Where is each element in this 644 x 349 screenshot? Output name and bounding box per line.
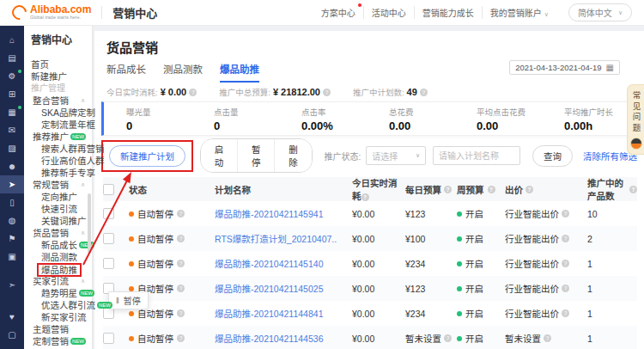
promotion-icon[interactable]: ➤ (0, 175, 24, 193)
plan-name-link[interactable]: 爆品助推-20210421145941 (215, 209, 323, 219)
sidebar-item[interactable]: 关键词推广 (24, 215, 92, 227)
plan-name-link[interactable]: RTS爆款打造计划_20210407.. (215, 234, 337, 244)
info-icon[interactable] (177, 260, 185, 267)
info-icon[interactable] (629, 186, 637, 193)
alibaba-logo[interactable]: Alibaba.com Global trade starts here. (12, 4, 91, 21)
info-icon[interactable] (562, 285, 569, 292)
collapse-arrow-icon[interactable]: ∧ (81, 179, 85, 191)
info-icon[interactable] (444, 186, 452, 193)
sidebar-item[interactable]: 爆品助推 (24, 263, 92, 275)
info-icon[interactable] (189, 89, 197, 96)
briefcase-icon[interactable]: ▣ (0, 248, 24, 266)
collapse-arrow-icon[interactable]: ∧ (81, 95, 85, 107)
metric-card: 平均推广时长0.00h (542, 106, 629, 132)
message-icon[interactable]: ✉ (0, 121, 24, 139)
info-icon[interactable] (177, 210, 185, 217)
sidebar-item[interactable]: 搜索人群再营销 (24, 143, 92, 155)
sidebar-item[interactable]: 推荐推广NEW∧ (24, 131, 92, 143)
info-icon[interactable] (562, 309, 569, 317)
header-nav-item[interactable]: 营销能力成长 (414, 6, 482, 19)
sidebar-item[interactable]: SKA品牌定制 (24, 107, 92, 119)
camera-icon[interactable]: ▢ (0, 326, 24, 344)
info-icon[interactable] (177, 334, 185, 342)
globe-icon[interactable]: ◍ (0, 211, 24, 230)
bulk-action-button[interactable]: 暂停 (237, 139, 274, 172)
summary-stat: 推广中总预算:¥ 21812.00 (219, 86, 331, 98)
send-icon[interactable]: ➣ (0, 276, 24, 294)
row-checkbox[interactable] (103, 233, 114, 244)
document-icon[interactable]: ▯ (0, 193, 24, 211)
sidebar-item[interactable]: 新建推广 (24, 70, 92, 83)
collapse-arrow-icon[interactable]: ∧ (81, 227, 85, 239)
orders-icon[interactable]: ▤ (0, 49, 24, 67)
info-icon[interactable] (562, 235, 569, 242)
sidebar-item[interactable]: 整合营销∧ (24, 95, 92, 107)
info-icon[interactable] (420, 89, 428, 96)
sidebar-item[interactable]: 定制营销NEW (24, 335, 92, 347)
sidebar-item[interactable]: 行业高价值人群 (24, 155, 92, 167)
sidebar-item[interactable]: 推荐新手专享 (24, 167, 92, 179)
sidebar-item[interactable]: 买家引流∧ (24, 275, 92, 287)
info-icon[interactable] (177, 235, 185, 242)
sidebar-item[interactable]: 优选人群引流NEW (24, 299, 92, 311)
sidebar-item[interactable]: 常规营销∧ (24, 179, 92, 191)
sidebar-item[interactable]: 首页 (24, 58, 92, 70)
row-checkbox[interactable] (103, 258, 114, 269)
info-icon[interactable] (488, 186, 495, 193)
info-icon[interactable] (544, 334, 551, 342)
info-icon[interactable] (177, 309, 185, 317)
heart-icon[interactable]: ♥ (0, 308, 24, 326)
sidebar-scrollbar[interactable] (88, 193, 91, 254)
calendar-icon[interactable]: ▦ (0, 103, 24, 121)
bulk-action-button[interactable]: 删除 (274, 139, 311, 172)
sidebar-item[interactable]: 定向推广 (24, 191, 92, 203)
plan-name-link[interactable]: 爆品助推-20210421145025 (215, 284, 323, 294)
info-icon[interactable] (177, 285, 185, 292)
sidebar-item[interactable]: 货品营销∧ (24, 227, 92, 239)
sidebar-item[interactable]: 新品成长NEW (24, 239, 92, 251)
header-nav-item[interactable]: 活动中心 (363, 6, 414, 19)
sidebar-item[interactable]: 趋势明星NEW (24, 287, 92, 299)
tab-active[interactable]: 爆品助推 (220, 62, 259, 83)
plan-name-input[interactable] (433, 146, 520, 165)
query-button[interactable]: 查询 (532, 145, 573, 167)
header-nav-item[interactable]: 我的营销账户∨ (482, 6, 556, 19)
tab-item[interactable]: 新品成长 (106, 62, 146, 83)
info-icon[interactable] (361, 193, 369, 201)
faq-widget[interactable]: 常见问题 (627, 84, 644, 155)
sidebar-item[interactable]: 快速引流 (24, 203, 92, 215)
row-checkbox[interactable] (103, 333, 114, 344)
toolbar: 新建推广计划 启动暂停删除 推广状态: 请选择 ∨ 查询 清除所有筛选 (101, 139, 637, 172)
pause-tooltip[interactable]: ‖ 暂停 (108, 291, 149, 309)
info-icon[interactable] (444, 334, 452, 342)
plan-name-link[interactable]: 爆品助推-20210421145140 (215, 259, 323, 269)
chart-icon[interactable]: ▨ (0, 139, 24, 157)
date-range-picker[interactable]: 2021-04-13-2021-04-19 ▦ (509, 60, 620, 75)
settings-icon[interactable]: ⚙ (0, 67, 24, 85)
bell-icon[interactable]: ⚑ (0, 230, 24, 248)
bulk-action-button[interactable]: 启动 (201, 139, 237, 172)
sidebar-item[interactable]: 主题营销 (24, 323, 92, 335)
language-selector[interactable]: 简体中文 ∨ (568, 3, 632, 21)
collapse-arrow-icon[interactable]: ∧ (81, 275, 85, 287)
info-icon[interactable] (562, 260, 569, 267)
week-budget-cell: 开启 (457, 307, 496, 320)
apps-icon[interactable]: ⊞ (0, 85, 24, 103)
tab-item[interactable]: 测品测款 (163, 62, 203, 83)
new-plan-button[interactable]: 新建推广计划 (109, 145, 185, 167)
customer-icon[interactable]: ☻ (0, 157, 24, 175)
header-nav-item[interactable]: 方案中心 (313, 6, 363, 19)
info-icon[interactable] (526, 186, 533, 193)
sidebar-item[interactable]: 定制流量年框 (24, 119, 92, 131)
select-all-checkbox[interactable] (103, 184, 114, 195)
plan-name-link[interactable]: 爆品助推-20210421144536 (215, 334, 323, 344)
status-select[interactable]: 请选择 ∨ (366, 146, 426, 165)
row-checkbox[interactable] (103, 208, 114, 219)
collapse-arrow-icon[interactable]: ∧ (81, 131, 85, 143)
sidebar-item[interactable]: 测品测款 (24, 251, 92, 263)
info-icon[interactable] (323, 89, 331, 96)
sidebar-item[interactable]: 新买家引流 (24, 311, 92, 323)
info-icon[interactable] (562, 210, 569, 217)
home-icon[interactable]: ⌂ (0, 31, 24, 49)
plan-name-link[interactable]: 爆品助推-20210421144841 (215, 309, 323, 319)
